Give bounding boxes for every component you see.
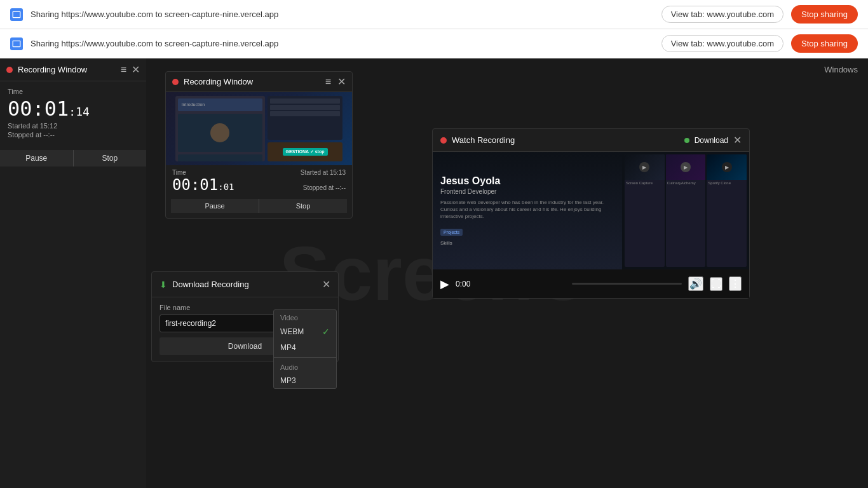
download-arrow-icon: ⬇ — [159, 280, 167, 290]
wr-thumb-label-2: Spotify Clone — [707, 180, 747, 186]
wr-thumb-2: ▶ Spotify Clone — [707, 154, 747, 267]
wr-video-preview: Jesus Oyola Frontend Developer Passionat… — [433, 152, 749, 269]
left-started-at: Started at 15:12 — [8, 122, 139, 130]
rw-time-label: Time — [172, 169, 186, 176]
sharing-text-1: Sharing https://www.youtube.com to scree… — [31, 10, 654, 19]
rw-stopped-at: Stopped at --:-- — [303, 184, 346, 191]
watch-recording-panel: Watch Recording Download ✕ Jesus Oyola F… — [432, 128, 750, 299]
gestiona-badge: GESTIONA ✓ stop — [283, 148, 328, 156]
rw-time-sub: :01 — [218, 182, 234, 192]
wr-volume-button[interactable]: 🔊 — [688, 276, 703, 291]
rw-header: Recording Window ≡ ✕ — [166, 72, 352, 92]
sharing-bar-2: Sharing https://www.youtube.com to scree… — [0, 29, 868, 58]
wr-controls: ▶ 0:00 🔊 ⛶ ⋮ — [433, 269, 749, 298]
wr-close-icon[interactable]: ✕ — [733, 134, 742, 146]
windows-label: Windows — [824, 65, 858, 74]
left-panel-title-row: Recording Window — [6, 65, 87, 74]
wr-time-display: 0:00 — [456, 280, 566, 288]
rw-title-row: Recording Window — [172, 77, 253, 86]
recording-red-dot — [6, 67, 13, 73]
wr-person-name: Jesus Oyola — [440, 175, 614, 187]
fd-webm-check: ✓ — [322, 327, 330, 337]
left-pause-btn[interactable]: Pause — [0, 150, 74, 166]
rw-preview-inner: Introduction — [166, 92, 352, 165]
left-recording-panel: Recording Window ≡ ✕ Time 00:01 :14 Star… — [0, 58, 146, 488]
wr-title: Watch Recording — [452, 135, 515, 145]
wr-more-button[interactable]: ⋮ — [729, 276, 742, 291]
wr-record-icon — [440, 137, 447, 144]
fd-webm-option[interactable]: WEBM ✓ — [274, 323, 336, 340]
wr-thumb-1: ▶ CulinaryAlchemy — [666, 154, 706, 267]
left-panel-menu-icon[interactable]: ≡ — [121, 64, 126, 76]
dr-title-row: ⬇ Download Recording — [159, 280, 249, 290]
rw-preview: Introduction — [166, 92, 352, 165]
wr-header: Watch Recording Download ✕ — [433, 129, 749, 152]
dr-header: ⬇ Download Recording ✕ — [152, 272, 338, 297]
preview-right-top — [268, 96, 343, 140]
left-panel-close-icon[interactable]: ✕ — [132, 64, 140, 76]
rw-timer-section: Time Started at 15:13 00:01 :01 Stopped … — [166, 165, 352, 196]
rw-icons: ≡ ✕ — [325, 76, 346, 88]
rw-time-display: 00:01 :01 — [172, 176, 234, 194]
main-area: ScreenC Windows Recording Window ≡ ✕ Tim… — [0, 58, 868, 488]
left-time-sub: :14 — [69, 105, 90, 118]
sharing-text-2: Sharing https://www.youtube.com to scree… — [31, 39, 654, 48]
left-time-main: 00:01 — [8, 97, 69, 121]
fd-audio-label: Audio — [274, 360, 336, 373]
left-time-label: Time — [8, 88, 139, 95]
rw-pause-btn[interactable]: Pause — [171, 199, 259, 213]
fd-mp4-option[interactable]: MP4 — [274, 340, 336, 355]
wr-video-left: Jesus Oyola Frontend Developer Passionat… — [433, 152, 622, 269]
rw-started-at: Started at 15:13 — [301, 169, 346, 176]
format-dropdown: Video WEBM ✓ MP4 Audio MP3 — [273, 309, 337, 389]
preview-right: GESTIONA ✓ stop — [268, 96, 343, 162]
dr-close-button[interactable]: ✕ — [322, 278, 330, 290]
wr-download-label[interactable]: Download — [695, 136, 728, 145]
wr-thumb-label-1: CulinaryAlchemy — [666, 180, 706, 186]
wr-person-title: Frontend Developer — [440, 188, 614, 195]
wr-fullscreen-button[interactable]: ⛶ — [710, 277, 722, 291]
stop-sharing-button-1[interactable]: Stop sharing — [791, 5, 858, 24]
wr-progress-bar[interactable] — [572, 283, 682, 285]
view-tab-button-1[interactable]: View tab: www.youtube.com — [661, 6, 783, 23]
left-stop-btn[interactable]: Stop — [74, 150, 147, 166]
skills-label: Skills — [440, 240, 452, 246]
rw-title: Recording Window — [184, 77, 253, 86]
left-time-display: 00:01 :14 — [8, 97, 139, 121]
left-panel-icons: ≡ ✕ — [121, 64, 140, 76]
left-panel-title: Recording Window — [18, 65, 87, 74]
left-panel-header: Recording Window ≡ ✕ — [0, 58, 146, 81]
fd-mp4-label: MP4 — [280, 343, 296, 352]
stop-sharing-button-2[interactable]: Stop sharing — [791, 34, 858, 53]
fd-divider — [274, 357, 336, 358]
preview-left: Introduction — [175, 96, 265, 162]
wr-green-dot — [684, 138, 689, 143]
wr-play-button[interactable]: ▶ — [440, 277, 449, 291]
sharing-icon-1 — [10, 8, 23, 21]
preview-content: Introduction — [175, 96, 343, 162]
left-control-btns: Pause Stop — [0, 150, 146, 166]
wr-video-right: ▶ Screen Capture ▶ CulinaryAlchemy — [622, 152, 749, 269]
fd-webm-label: WEBM — [280, 327, 304, 336]
sharing-bar-1: Sharing https://www.youtube.com to scree… — [0, 0, 868, 29]
recording-window-panel: Recording Window ≡ ✕ Introduction — [165, 71, 353, 219]
projects-link[interactable]: Projects — [440, 229, 463, 236]
fd-mp3-label: MP3 — [280, 376, 296, 385]
wr-right: Download ✕ — [684, 134, 742, 146]
rw-close-icon[interactable]: ✕ — [337, 76, 346, 88]
wr-thumb-label-0: Screen Capture — [625, 180, 665, 186]
sharing-icon-2 — [10, 37, 23, 50]
dr-title: Download Recording — [172, 280, 249, 289]
fd-mp3-option[interactable]: MP3 — [274, 373, 336, 388]
rw-red-dot — [172, 79, 179, 85]
wr-person-desc: Passionate web developer who has been in… — [440, 199, 614, 220]
wr-video-container: Jesus Oyola Frontend Developer Passionat… — [433, 152, 749, 298]
fd-video-label: Video — [274, 310, 336, 323]
rw-menu-icon[interactable]: ≡ — [325, 76, 331, 88]
view-tab-button-2[interactable]: View tab: www.youtube.com — [661, 35, 783, 52]
left-timer-section: Time 00:01 :14 Started at 15:12 Stopped … — [0, 81, 146, 145]
wr-title-row: Watch Recording — [440, 135, 515, 145]
rw-stop-btn[interactable]: Stop — [259, 199, 347, 213]
rw-control-btns: Pause Stop — [171, 199, 347, 213]
preview-right-bottom: GESTIONA ✓ stop — [268, 142, 343, 161]
